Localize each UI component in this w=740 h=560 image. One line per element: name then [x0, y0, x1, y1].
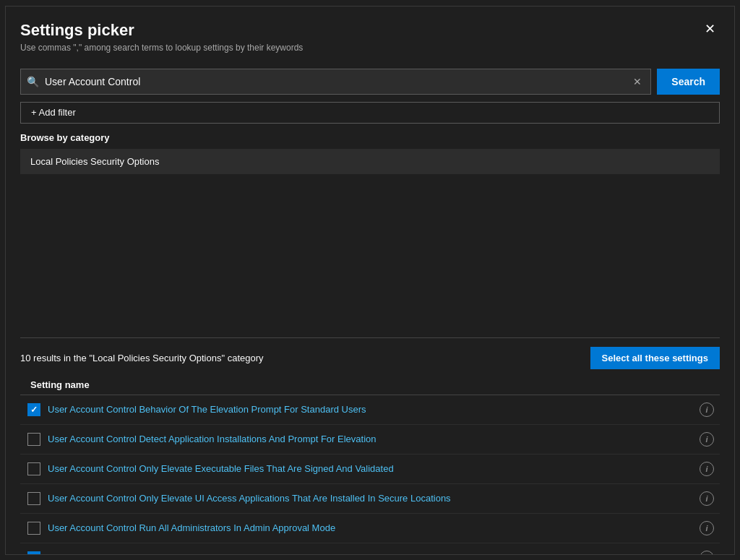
table-row[interactable]: User Account Control Run All Administrat…	[20, 514, 720, 543]
results-count: 10 results in the "Local Policies Securi…	[20, 353, 264, 363]
checkbox-3[interactable]	[27, 462, 40, 475]
setting-name-5: User Account Control Run All Administrat…	[48, 522, 692, 533]
search-button[interactable]: Search	[657, 69, 720, 95]
info-icon-3[interactable]: i	[700, 462, 714, 476]
info-icon-5[interactable]: i	[700, 521, 714, 535]
table-row[interactable]: User Account Control Behavior Of The Ele…	[20, 395, 720, 425]
search-input-wrapper: 🔍 ✕	[20, 69, 651, 95]
search-input[interactable]	[45, 76, 624, 87]
dialog-subtitle: Use commas "," among search terms to loo…	[20, 43, 303, 53]
table-row[interactable]: User Account Control Only Elevate UI Acc…	[20, 484, 720, 514]
table-row[interactable]: User Account Control Only Elevate Execut…	[20, 455, 720, 484]
setting-name-3: User Account Control Only Elevate Execut…	[48, 463, 692, 474]
setting-name-6: User Account Control Switch To The Secur…	[48, 552, 692, 554]
checkbox-1[interactable]	[27, 403, 40, 416]
close-button[interactable]: ✕	[700, 21, 720, 37]
search-row: 🔍 ✕ Search	[20, 69, 720, 95]
settings-picker-dialog: Settings picker Use commas "," among sea…	[5, 6, 735, 555]
table-row[interactable]: User Account Control Switch To The Secur…	[20, 543, 720, 554]
select-all-button[interactable]: Select all these settings	[590, 347, 720, 369]
dialog-title-block: Settings picker Use commas "," among sea…	[20, 21, 303, 53]
checkbox-5[interactable]	[27, 522, 40, 535]
setting-name-1: User Account Control Behavior Of The Ele…	[48, 404, 692, 415]
setting-name-2: User Account Control Detect Application …	[48, 434, 692, 444]
add-filter-button[interactable]: + Add filter	[20, 102, 720, 124]
browse-label: Browse by category	[20, 132, 720, 143]
info-icon-4[interactable]: i	[700, 491, 714, 506]
dialog-title: Settings picker	[20, 21, 303, 40]
search-icon: 🔍	[27, 76, 39, 87]
settings-list: User Account Control Behavior Of The Ele…	[20, 395, 720, 554]
checkbox-6[interactable]	[27, 551, 40, 554]
dialog-header: Settings picker Use commas "," among sea…	[20, 21, 720, 53]
results-section: 10 results in the "Local Policies Securi…	[20, 337, 720, 554]
info-icon-2[interactable]: i	[700, 432, 714, 447]
setting-name-4: User Account Control Only Elevate UI Acc…	[48, 493, 692, 504]
spacer	[20, 177, 720, 337]
category-item[interactable]: Local Policies Security Options	[20, 149, 720, 174]
checkbox-2[interactable]	[27, 433, 40, 446]
table-column-header: Setting name	[20, 375, 720, 395]
table-row[interactable]: User Account Control Detect Application …	[20, 425, 720, 455]
info-icon-1[interactable]: i	[700, 402, 714, 417]
results-header: 10 results in the "Local Policies Securi…	[20, 347, 720, 369]
checkbox-4[interactable]	[27, 492, 40, 505]
info-icon-6[interactable]: i	[700, 551, 714, 554]
clear-search-button[interactable]: ✕	[630, 77, 645, 87]
